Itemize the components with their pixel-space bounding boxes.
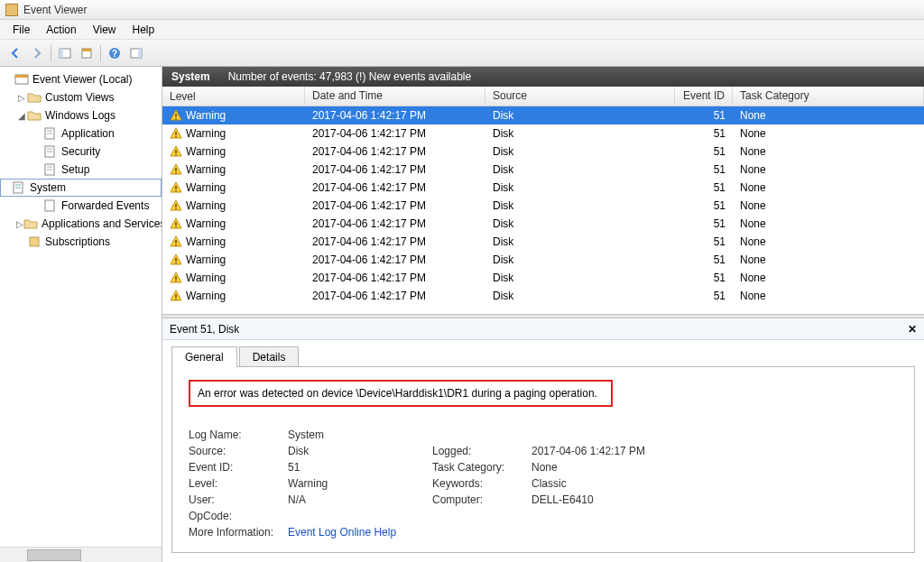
log-title: System bbox=[171, 70, 210, 83]
cell-task: None bbox=[733, 127, 924, 140]
value-keywords: Classic bbox=[531, 477, 712, 490]
col-level[interactable]: Level bbox=[162, 87, 305, 106]
table-row[interactable]: Warning2017-04-06 1:42:17 PMDisk51None bbox=[162, 179, 924, 197]
cell-source: Disk bbox=[485, 272, 675, 284]
cell-date: 2017-04-06 1:42:17 PM bbox=[305, 181, 485, 194]
table-row[interactable]: Warning2017-04-06 1:42:17 PMDisk51None bbox=[162, 251, 924, 269]
log-icon bbox=[43, 126, 58, 141]
col-date[interactable]: Date and Time bbox=[305, 87, 485, 106]
svg-rect-35 bbox=[175, 208, 176, 209]
tree-root[interactable]: Event Viewer (Local) bbox=[0, 70, 162, 88]
cell-level: Warning bbox=[186, 109, 226, 122]
menu-bar: File Action View Help bbox=[0, 20, 924, 40]
scrollbar-thumb[interactable] bbox=[27, 549, 81, 561]
cell-event-id: 51 bbox=[675, 235, 733, 248]
svg-rect-29 bbox=[175, 154, 176, 155]
event-count-summary: Number of events: 47,983 (!) New events … bbox=[228, 70, 471, 83]
table-row[interactable]: Warning2017-04-06 1:42:17 PMDisk51None bbox=[162, 197, 924, 215]
cell-event-id: 51 bbox=[675, 181, 733, 194]
tree-windows-logs[interactable]: ◢ Windows Logs bbox=[0, 106, 162, 124]
table-row[interactable]: Warning2017-04-06 1:42:17 PMDisk51None bbox=[162, 143, 924, 161]
svg-rect-34 bbox=[175, 204, 176, 207]
help-button[interactable]: ? bbox=[105, 43, 125, 63]
col-task-category[interactable]: Task Category bbox=[733, 87, 924, 106]
cell-event-id: 51 bbox=[675, 272, 733, 284]
back-button[interactable] bbox=[5, 43, 25, 63]
expand-icon[interactable]: ▷ bbox=[16, 219, 23, 229]
cell-level: Warning bbox=[186, 290, 226, 302]
col-event-id[interactable]: Event ID bbox=[675, 87, 733, 106]
table-row[interactable]: Warning2017-04-06 1:42:17 PMDisk51None bbox=[162, 287, 924, 305]
cell-level: Warning bbox=[186, 163, 226, 176]
label-opcode: OpCode: bbox=[189, 510, 288, 522]
warning-icon bbox=[170, 181, 182, 194]
properties-icon bbox=[80, 47, 93, 60]
close-details-button[interactable]: ✕ bbox=[908, 323, 917, 336]
tree-apps-services[interactable]: ▷ Applications and Services bbox=[0, 215, 162, 233]
forward-button[interactable] bbox=[27, 43, 47, 63]
cell-level: Warning bbox=[186, 217, 226, 230]
show-hide-tree-button[interactable] bbox=[55, 43, 75, 63]
tree-system[interactable]: System bbox=[0, 179, 162, 197]
table-row[interactable]: Warning2017-04-06 1:42:17 PMDisk51None bbox=[162, 106, 924, 124]
toolbar-separator bbox=[100, 45, 101, 61]
warning-icon bbox=[170, 272, 182, 284]
table-row[interactable]: Warning2017-04-06 1:42:17 PMDisk51None bbox=[162, 233, 924, 251]
tree-label: Application bbox=[61, 127, 115, 140]
warning-icon bbox=[170, 253, 182, 266]
tab-details[interactable]: Details bbox=[239, 346, 300, 367]
tree-label: Security bbox=[61, 145, 100, 158]
tree-application[interactable]: Application bbox=[0, 124, 162, 143]
action-pane-button[interactable] bbox=[126, 43, 146, 63]
menu-view[interactable]: View bbox=[86, 22, 124, 38]
tree-subscriptions[interactable]: Subscriptions bbox=[0, 233, 162, 251]
collapse-icon[interactable]: ◢ bbox=[16, 111, 27, 121]
svg-rect-33 bbox=[175, 190, 176, 191]
tab-general[interactable]: General bbox=[171, 346, 237, 367]
event-list-body[interactable]: Warning2017-04-06 1:42:17 PMDisk51NoneWa… bbox=[162, 106, 924, 314]
properties-button[interactable] bbox=[77, 43, 97, 63]
svg-rect-22 bbox=[45, 200, 54, 211]
navigation-tree[interactable]: Event Viewer (Local) ▷ Custom Views ◢ Wi… bbox=[0, 67, 162, 562]
label-taskcat: Task Category: bbox=[432, 461, 531, 474]
label-level: Level: bbox=[189, 477, 288, 490]
svg-rect-45 bbox=[175, 299, 176, 299]
window-title: Event Viewer bbox=[23, 4, 87, 16]
svg-rect-39 bbox=[175, 244, 176, 245]
cell-date: 2017-04-06 1:42:17 PM bbox=[305, 272, 485, 284]
cell-level: Warning bbox=[186, 127, 226, 140]
nav-horizontal-scrollbar[interactable] bbox=[0, 547, 162, 562]
cell-source: Disk bbox=[485, 181, 675, 194]
tree-security[interactable]: Security bbox=[0, 143, 162, 161]
cell-source: Disk bbox=[485, 217, 675, 230]
col-source[interactable]: Source bbox=[485, 87, 675, 106]
menu-action[interactable]: Action bbox=[39, 22, 83, 38]
panel-right-icon bbox=[130, 47, 143, 60]
folder-icon bbox=[23, 217, 38, 231]
table-row[interactable]: Warning2017-04-06 1:42:17 PMDisk51None bbox=[162, 215, 924, 233]
cell-event-id: 51 bbox=[675, 145, 733, 158]
tree-setup[interactable]: Setup bbox=[0, 161, 162, 179]
column-headers: Level Date and Time Source Event ID Task… bbox=[162, 87, 924, 106]
svg-rect-37 bbox=[175, 226, 176, 227]
menu-file[interactable]: File bbox=[5, 22, 37, 38]
table-row[interactable]: Warning2017-04-06 1:42:17 PMDisk51None bbox=[162, 161, 924, 179]
cell-event-id: 51 bbox=[675, 217, 733, 230]
svg-rect-31 bbox=[175, 172, 176, 173]
table-row[interactable]: Warning2017-04-06 1:42:17 PMDisk51None bbox=[162, 269, 924, 287]
tree-forwarded[interactable]: Forwarded Events bbox=[0, 197, 162, 215]
svg-rect-28 bbox=[175, 150, 176, 153]
svg-rect-40 bbox=[175, 258, 176, 262]
cell-task: None bbox=[733, 163, 924, 176]
table-row[interactable]: Warning2017-04-06 1:42:17 PMDisk51None bbox=[162, 124, 924, 143]
expand-icon[interactable]: ▷ bbox=[16, 93, 27, 103]
link-online-help[interactable]: Event Log Online Help bbox=[288, 526, 432, 539]
warning-icon bbox=[170, 145, 182, 158]
log-icon bbox=[43, 144, 58, 159]
svg-rect-7 bbox=[138, 49, 142, 58]
menu-help[interactable]: Help bbox=[125, 22, 162, 38]
tree-custom-views[interactable]: ▷ Custom Views bbox=[0, 88, 162, 106]
label-computer: Computer: bbox=[432, 493, 531, 506]
value-taskcat: None bbox=[531, 461, 712, 474]
cell-event-id: 51 bbox=[675, 290, 733, 302]
